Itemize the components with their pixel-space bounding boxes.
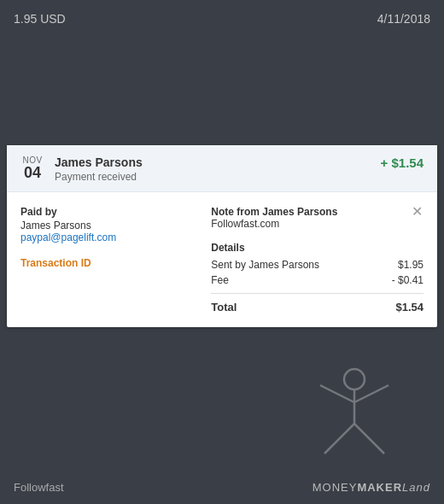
top-bar-date: 4/11/2018	[377, 12, 430, 26]
fee-value: - $0.41	[392, 274, 424, 286]
svg-line-4	[324, 424, 354, 454]
sent-by-value: $1.95	[398, 259, 424, 271]
card-day: 04	[24, 165, 41, 182]
bottom-area: Followfast Money Maker Land	[0, 350, 444, 504]
card-detail-right: Note from James Parsons Followfast.com D…	[211, 206, 424, 314]
card-detail-left: Paid by James Parsons paypal@pagelift.co…	[20, 206, 197, 314]
sent-by-label: Sent by James Parsons	[211, 259, 319, 271]
paid-by-label: Paid by	[20, 206, 197, 218]
note-section: Note from James Parsons Followfast.com	[211, 206, 424, 230]
footer: Followfast Money Maker Land	[0, 472, 444, 504]
card-detail: ✕ Paid by James Parsons paypal@pagelift.…	[7, 192, 437, 327]
footer-left-text: Followfast	[14, 481, 64, 494]
close-button[interactable]: ✕	[408, 202, 425, 220]
transaction-id-label: Transaction ID	[20, 257, 197, 269]
svg-line-5	[354, 424, 384, 454]
footer-maker: Maker	[357, 481, 402, 494]
card-payer-name: James Parsons	[55, 155, 143, 169]
svg-point-0	[344, 369, 365, 390]
fee-label: Fee	[211, 274, 229, 286]
top-bar-amount: 1.95 USD	[14, 12, 66, 26]
note-title: Note from James Parsons	[211, 206, 424, 218]
total-row: Total $1.54	[211, 301, 424, 314]
card-header: NOV 04 James Parsons Payment received + …	[7, 145, 437, 192]
total-value: $1.54	[395, 301, 424, 314]
card-amount: + $1.54	[381, 155, 424, 170]
details-label: Details	[211, 242, 424, 254]
transaction-card: NOV 04 James Parsons Payment received + …	[7, 145, 437, 327]
footer-right-text: Money Maker Land	[313, 481, 430, 494]
card-subtitle: Payment received	[55, 171, 143, 183]
card-header-left: NOV 04 James Parsons Payment received	[20, 155, 143, 183]
paid-by-section: Paid by James Parsons paypal@pagelift.co…	[20, 206, 197, 243]
paid-by-email[interactable]: paypal@pagelift.com	[20, 231, 197, 243]
details-divider	[211, 293, 424, 294]
top-bar: 1.95 USD 4/11/2018	[0, 0, 444, 34]
sent-by-row: Sent by James Parsons $1.95	[211, 259, 424, 271]
total-label: Total	[211, 301, 237, 314]
paid-by-name: James Parsons	[20, 220, 197, 231]
note-value: Followfast.com	[211, 218, 424, 230]
card-info: James Parsons Payment received	[55, 155, 143, 183]
watermark-figure	[307, 364, 401, 470]
transaction-id-section: Transaction ID	[20, 257, 197, 269]
card-date-block: NOV 04	[20, 155, 44, 182]
close-icon: ✕	[412, 203, 423, 220]
dark-area	[0, 34, 444, 145]
footer-land: Land	[402, 481, 430, 494]
footer-money: Money	[313, 481, 358, 494]
details-section: Details Sent by James Parsons $1.95 Fee …	[211, 242, 424, 314]
fee-row: Fee - $0.41	[211, 274, 424, 286]
